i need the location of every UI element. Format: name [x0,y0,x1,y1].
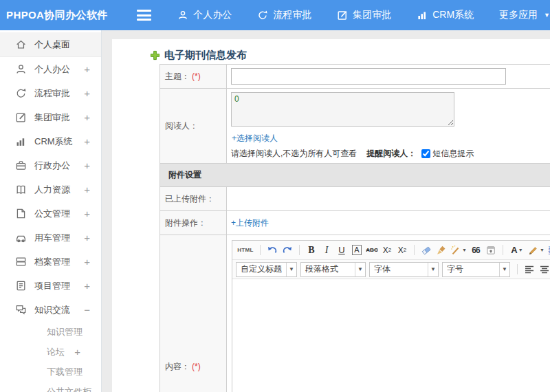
publish-form: 主题：(*) 阅读人： 0 +选择阅读人 请选择阅读人,不选为所有人可查看 提醒… [160,64,550,392]
highlight-pen-icon[interactable]: ▼ [527,243,545,257]
sidebar-item-personal-office[interactable]: 个人办公 + [0,57,101,81]
attachment-section-title: 附件设置 [160,164,550,187]
sidebar-subitem-forum[interactable]: 论坛 + [0,342,101,362]
editor-content[interactable] [232,279,550,392]
strikethrough-button[interactable]: ABC [365,243,379,257]
briefcase-icon [15,160,27,171]
font-border-button[interactable]: A [352,245,361,255]
underline-button[interactable]: U [335,243,349,257]
sidebar-item-group-approval[interactable]: 集团审批 + [0,105,101,129]
nav-workflow-approval[interactable]: 流程审批 [257,9,311,21]
rich-text-editor: HTML B I U A ABC X2 [232,240,550,392]
clipboard-icon [15,280,27,292]
edit-square-icon [15,111,27,123]
align-center-icon[interactable] [538,263,550,276]
paragraph-combo[interactable]: 段落格式▼ [300,262,366,277]
sidebar-item-hr[interactable]: 人力资源 + [0,177,101,202]
content-row: 内容：(*) HTML B [160,235,550,392]
chat-bubbles-icon [15,304,27,316]
uploaded-attachments-value [227,187,550,211]
required-mark: (*) [192,362,201,371]
sidebar-item-vehicle[interactable]: 用车管理 + [0,226,101,250]
caret-down-icon: ▼ [355,263,365,276]
page-title: 电子期刊信息发布 [112,39,550,64]
redo-icon[interactable] [280,243,294,257]
subject-row: 主题：(*) [160,65,550,89]
readers-hint-text: 请选择阅读人,不选为所有人可查看 [231,148,357,160]
subject-label: 主题： [165,72,190,81]
eraser-icon[interactable] [419,243,433,257]
sidebar-item-archives[interactable]: 档案管理 + [0,250,101,274]
topbar: PHPOA协同办公软件 个人办公 流程审批 集团审批 CRM系统 [0,0,550,30]
sidebar-item-knowledge[interactable]: 知识交流 − [0,298,101,322]
document-icon [15,208,27,219]
html-source-button[interactable]: HTML [236,243,255,257]
readers-textarea[interactable]: 0 [231,92,454,127]
bar-chart-icon [417,10,428,21]
sidebar-item-project[interactable]: 项目管理 + [0,274,101,298]
archive-icon [15,256,27,268]
flow-arrow-icon [15,87,27,99]
top-navigation: 个人办公 流程审批 集团审批 CRM系统 更多应用 ▼ [177,9,550,21]
editor-toolbar-row1: HTML B I U A ABC X2 [232,241,550,260]
uploaded-attachments-row: 已上传附件： [160,187,550,211]
remind-readers-label: 提醒阅读人： [366,148,416,160]
nav-personal-office[interactable]: 个人办公 [177,9,232,21]
sms-checkbox[interactable] [421,149,430,158]
attachment-action-label: 附件操作： [165,218,206,228]
bold-button[interactable]: B [305,243,318,257]
sms-label: 短信息提示 [432,148,474,160]
select-readers-link[interactable]: +选择阅读人 [232,133,278,143]
auto-typeset-icon[interactable]: ▼ [450,243,468,257]
date-icon[interactable] [484,243,498,257]
subscript-button[interactable]: X2 [395,243,409,257]
main-content: 电子期刊信息发布 主题：(*) 阅读人： 0 +选择阅读人 请选择阅读人,不选为… [112,39,550,392]
superscript-button[interactable]: X2 [380,243,394,257]
attachment-action-row: 附件操作： +上传附件 [160,211,550,235]
person-icon [15,63,27,75]
undo-icon[interactable] [265,243,279,257]
heading-combo[interactable]: 自定义标题▼ [236,262,297,277]
hamburger-menu-icon[interactable] [137,10,151,21]
caret-down-icon: ▼ [499,263,509,276]
caret-down-icon: ▼ [286,263,296,276]
align-left-icon[interactable] [522,263,536,276]
sidebar-item-workflow-approval[interactable]: 流程审批 + [0,81,101,105]
sidebar-subitem-public-cabinet[interactable]: 公共文件柜 [0,382,101,392]
nav-crm[interactable]: CRM系统 [417,9,474,21]
upload-attachment-link[interactable]: +上传附件 [231,218,269,228]
add-plus-icon [150,50,160,61]
open-book-icon [15,184,27,195]
home-icon [15,39,27,50]
blockquote-button[interactable]: 66 [469,243,483,257]
sidebar-subitem-knowledge-mgmt[interactable]: 知识管理 [0,322,101,342]
font-color-button[interactable]: A▼ [508,243,526,257]
sidebar-item-admin-office[interactable]: 行政办公 + [0,153,101,177]
attachment-section-row: 附件设置 [160,164,550,187]
person-icon [177,10,188,21]
readers-row: 阅读人： 0 +选择阅读人 请选择阅读人,不选为所有人可查看 提醒阅读人： 短信… [160,89,550,164]
readers-label: 阅读人： [165,121,198,131]
required-mark: (*) [192,72,201,81]
ordered-list-icon[interactable]: 123▼ [547,243,550,257]
caret-down-icon: ▼ [428,263,438,276]
format-painter-icon[interactable] [434,243,448,257]
sidebar: 个人桌面 个人办公 + 流程审批 + 集团审批 + CRM系统 + 行政办公 +… [0,30,102,392]
italic-button[interactable]: I [320,243,333,257]
bar-chart-icon [15,135,27,147]
car-icon [15,232,27,243]
sidebar-item-personal-desktop[interactable]: 个人桌面 [0,32,101,57]
nav-more-apps[interactable]: 更多应用 ▼ [499,9,550,21]
sidebar-subitem-download-mgmt[interactable]: 下载管理 [0,362,101,382]
caret-down-icon: ▼ [544,12,550,19]
content-label: 内容： [165,362,190,371]
font-family-combo[interactable]: 字体▼ [369,262,439,277]
subject-input[interactable] [231,68,506,85]
nav-group-approval[interactable]: 集团审批 [337,9,391,21]
font-size-combo[interactable]: 字号▼ [442,262,510,277]
uploaded-label: 已上传附件： [165,194,214,204]
sidebar-item-crm[interactable]: CRM系统 + [0,129,101,153]
app-logo: PHPOA协同办公软件 [0,9,129,22]
edit-square-icon [337,10,348,21]
sidebar-item-official-doc[interactable]: 公文管理 + [0,202,101,226]
